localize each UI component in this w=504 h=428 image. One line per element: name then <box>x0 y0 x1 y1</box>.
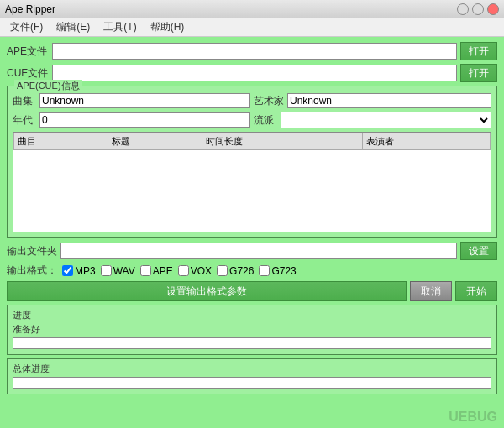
ape-file-input[interactable] <box>52 43 457 60</box>
format-wav[interactable]: WAV <box>101 265 135 277</box>
watermark: UEBUG <box>449 410 497 425</box>
output-folder-settings-button[interactable]: 设置 <box>460 242 497 260</box>
progress-status: 准备好 <box>13 323 491 336</box>
output-folder-label: 输出文件夹 <box>7 244 57 258</box>
menu-help[interactable]: 帮助(H) <box>144 18 192 36</box>
genre-select[interactable] <box>281 112 491 128</box>
year-input[interactable] <box>39 112 250 128</box>
album-input[interactable] <box>39 93 250 108</box>
total-progress-section: 总体进度 <box>7 358 497 394</box>
album-label: 曲集 <box>13 94 36 108</box>
menu-file[interactable]: 文件(F) <box>3 18 50 36</box>
progress-bar-container <box>13 337 491 349</box>
format-wav-checkbox[interactable] <box>101 265 112 276</box>
ape-file-row: APE文件 打开 <box>7 42 497 60</box>
col-performer: 表演者 <box>363 133 491 150</box>
format-mp3[interactable]: MP3 <box>62 265 96 277</box>
title-bar: Ape Ripper <box>0 0 504 18</box>
cue-file-open-button[interactable]: 打开 <box>460 64 497 82</box>
output-folder-input[interactable] <box>60 243 457 259</box>
genre-row: 流派 <box>254 112 491 128</box>
format-g723[interactable]: G723 <box>259 265 296 277</box>
progress-section: 进度 准备好 <box>7 305 497 355</box>
format-label: 输出格式： <box>7 264 57 278</box>
col-title: 标题 <box>108 133 202 150</box>
format-ape-checkbox[interactable] <box>140 265 151 276</box>
col-track-num: 曲目 <box>14 133 108 150</box>
album-row: 曲集 <box>13 93 250 108</box>
set-params-button[interactable]: 设置输出格式参数 <box>7 281 407 301</box>
format-row: 输出格式： MP3 WAV APE VOX G726 G723 <box>7 264 497 278</box>
format-vox[interactable]: VOX <box>178 265 212 277</box>
format-mp3-checkbox[interactable] <box>62 265 73 276</box>
window-controls <box>457 3 499 15</box>
genre-label: 流派 <box>254 113 277 128</box>
progress-label: 进度 <box>13 309 491 321</box>
ape-file-open-button[interactable]: 打开 <box>460 42 497 60</box>
format-ape[interactable]: APE <box>140 265 173 277</box>
year-label: 年代 <box>13 113 36 128</box>
format-vox-checkbox[interactable] <box>178 265 189 276</box>
year-row: 年代 <box>13 112 250 128</box>
start-button[interactable]: 开始 <box>455 281 497 301</box>
col-duration: 时间长度 <box>202 133 362 150</box>
info-group: APE(CUE)信息 曲集 艺术家 年代 流派 <box>7 86 497 238</box>
artist-input[interactable] <box>287 93 491 108</box>
action-row: 设置输出格式参数 取消 开始 <box>7 281 497 301</box>
cue-file-label: CUE文件 <box>7 66 49 81</box>
close-btn[interactable] <box>487 3 499 15</box>
title-text: Ape Ripper <box>5 3 55 15</box>
format-g723-checkbox[interactable] <box>259 265 270 276</box>
total-progress-bar-container <box>13 377 491 389</box>
menu-bar: 文件(F) 编辑(E) 工具(T) 帮助(H) <box>0 18 504 37</box>
info-grid: 曲集 艺术家 年代 流派 <box>13 90 491 128</box>
output-folder-row: 输出文件夹 设置 <box>7 242 497 260</box>
ape-file-label: APE文件 <box>7 44 49 59</box>
main-content: APE文件 打开 CUE文件 打开 APE(CUE)信息 曲集 艺术家 年代 <box>0 37 504 428</box>
artist-row: 艺术家 <box>254 93 491 108</box>
minimize-btn[interactable] <box>457 3 469 15</box>
format-g726-checkbox[interactable] <box>217 265 228 276</box>
menu-tools[interactable]: 工具(T) <box>97 18 143 36</box>
format-g726[interactable]: G726 <box>217 265 254 277</box>
info-group-title: APE(CUE)信息 <box>14 80 82 92</box>
artist-label: 艺术家 <box>254 94 284 108</box>
track-table-container[interactable]: 曲目 标题 时间长度 表演者 <box>13 132 491 232</box>
total-progress-label: 总体进度 <box>13 363 491 375</box>
cue-file-input[interactable] <box>52 65 457 81</box>
menu-edit[interactable]: 编辑(E) <box>50 18 97 36</box>
maximize-btn[interactable] <box>472 3 484 15</box>
track-table: 曲目 标题 时间长度 表演者 <box>13 133 491 150</box>
cancel-button[interactable]: 取消 <box>410 281 452 301</box>
